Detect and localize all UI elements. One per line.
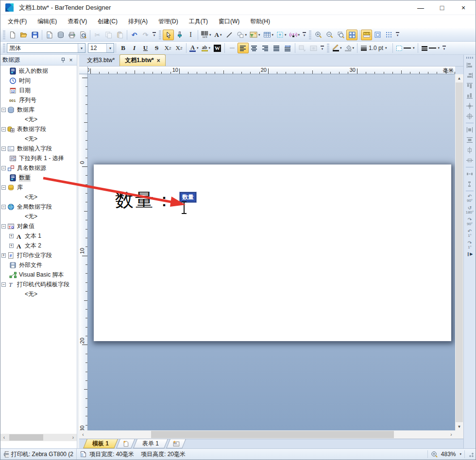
line-color-button[interactable]: ▾ [331,43,343,53]
toggle-grid-button[interactable] [383,30,394,40]
database-connection-button[interactable] [55,30,66,40]
close-button[interactable]: × [456,1,471,14]
tab-template-1[interactable]: 模板 1 [83,439,118,448]
menu-tools[interactable]: 工具(T) [184,16,213,28]
align-left-button[interactable] [238,43,249,53]
design-canvas[interactable]: 数量： 数量 [88,74,455,430]
highlight-color-button[interactable]: ab▾ [200,43,212,53]
new-template-button[interactable] [116,439,135,448]
center-vertically-button[interactable] [465,135,475,145]
center-horizontally-button[interactable] [465,125,475,135]
sidebar-item-text-1[interactable]: +A文本 1 [0,231,77,241]
font-family-select[interactable]: 黑体▾ [7,43,85,53]
expand-toggle[interactable]: + [9,234,14,238]
toolbar-overflow-button[interactable]: ▾ [394,30,401,40]
menu-create[interactable]: 创建(C) [92,16,123,28]
horizontal-scrollbar[interactable]: ‹ › [79,430,455,439]
paste-button[interactable] [114,30,125,40]
page-setup-button[interactable] [44,30,55,40]
superscript-button[interactable]: X2 [173,43,185,53]
bold-button[interactable]: B [118,43,129,53]
sidebar-item-database[interactable]: −数据库 [0,105,77,115]
maximize-button[interactable]: □ [435,1,449,14]
sidebar-item-object-values[interactable]: −TO对象值 [0,221,77,231]
scrollbar-thumb[interactable] [9,434,43,441]
encoder-tool-button[interactable]: ▾ [288,30,302,40]
expand-toggle[interactable]: + [1,253,6,258]
toolbar-overflow-button[interactable]: ▾ [441,43,447,53]
distribute-horizontally-button[interactable] [465,169,475,179]
print-preview-button[interactable] [77,30,88,40]
sidebar-item-library[interactable]: −库 [0,182,77,192]
wordart-button[interactable]: W [212,43,223,53]
toolbar-grip[interactable] [159,31,161,39]
zoom-fit-button[interactable] [346,30,357,40]
toggle-snap-button[interactable] [372,30,383,40]
shape-tool-button[interactable]: ▾ [235,30,249,40]
sidebar-item-external-files[interactable]: 外部文件 [0,260,77,270]
tab-form-1[interactable]: 表单 1 [133,439,168,448]
copy-button[interactable] [103,30,114,40]
sidebar-item-text-2[interactable]: +A文本 2 [0,241,77,250]
new-form-button[interactable] [166,439,186,448]
distribute-vertically-button[interactable] [465,179,475,189]
font-color-button[interactable]: A▾ [188,43,200,53]
menu-help[interactable]: 帮助(H) [245,16,275,28]
menu-edit[interactable]: 编辑(E) [32,16,62,28]
toolbar-overflow-button[interactable]: ▾ [151,30,157,40]
table-tool-button[interactable]: ▾ [262,30,275,40]
scroll-down-icon[interactable]: ▼ [455,423,463,430]
toolbar-grip[interactable] [309,31,311,39]
font-size-select[interactable]: 12▾ [88,43,114,53]
justify-stretch-button[interactable] [282,43,293,53]
save-button[interactable] [29,30,40,40]
center-horizontal-template-button[interactable] [465,101,475,111]
sidebar-item-time[interactable]: 时间 [0,76,77,85]
align-left-edges-button[interactable] [465,60,475,70]
minimize-button[interactable]: — [413,1,428,14]
rotate-180-button[interactable]: ↺180° [464,204,475,216]
tab-document-3[interactable]: 文档3.btw* [82,55,119,66]
zoom-in-button[interactable] [313,30,324,40]
undo-button[interactable]: ↶ [129,30,140,40]
toolbar-overflow-button[interactable]: ▾ [319,43,325,53]
align-bottom-edges-button[interactable] [465,91,475,101]
italic-button[interactable]: I [129,43,140,53]
menu-arrange[interactable]: 排列(A) [123,16,153,28]
strikethrough-button[interactable]: S [151,43,162,53]
print-button[interactable] [66,30,77,40]
line-style-select[interactable]: ▾ [420,43,442,53]
zoom-selection-button[interactable] [335,30,346,40]
toolbar-grip[interactable] [3,31,5,39]
toolbar-overflow-button[interactable]: ▾ [301,30,307,40]
collapse-toggle[interactable]: − [1,127,6,131]
justify-button[interactable] [271,43,282,53]
toolbar-expand-button[interactable]: ❙▶ [467,252,473,256]
sidebar-item-visual-basic-script[interactable]: Visual Basic 脚本 [0,270,77,279]
collapse-toggle[interactable]: − [1,185,6,190]
cut-button[interactable]: ✂ [92,30,103,40]
center-in-template-v-button[interactable] [465,155,475,165]
scroll-left-icon[interactable]: ‹ [79,432,87,437]
collapse-toggle[interactable]: − [1,108,6,112]
scroll-left-icon[interactable]: ‹ [0,435,8,440]
edit-text-tool-button[interactable]: I [185,30,196,40]
center-in-template-h-button[interactable] [465,145,475,155]
barcode-tool-button[interactable]: 123 ▾ [200,30,213,40]
redo-button[interactable]: ↷ [140,30,151,40]
sidebar-item-serial-number[interactable]: 001序列号 [0,95,77,105]
sidebar-item-data-entry-fields[interactable]: −数据输入字段 [0,144,77,153]
underline-button[interactable]: U [140,43,151,53]
new-document-button[interactable] [7,30,18,40]
no-line-button[interactable] [226,43,238,53]
fill-color-button[interactable]: ▾ [343,43,356,53]
sidebar-item-print-job-fields[interactable]: +#打印作业字段 [0,250,77,260]
rotate-right-90-button[interactable]: ↷90° [464,216,475,228]
sidebar-item-quantity[interactable]: 数量 [0,173,77,182]
sidebar-item-named-data-sources[interactable]: −具名数据源 [0,163,77,173]
align-center-button[interactable] [249,43,260,53]
scroll-right-icon[interactable]: › [447,432,455,437]
line-tool-button[interactable] [224,30,235,40]
sidebar-item-global-data-fields[interactable]: −全局数据字段 [0,202,77,212]
pin-icon[interactable] [59,56,67,64]
